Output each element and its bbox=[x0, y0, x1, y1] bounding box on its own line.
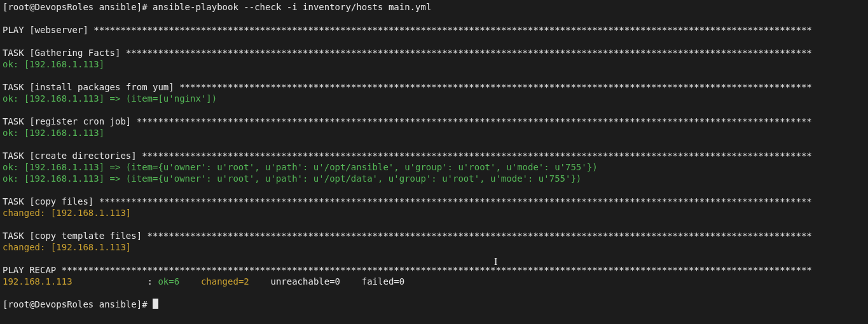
changed-copy-template-files: changed: [192.168.1.113] bbox=[3, 242, 131, 252]
play-recap-line: 192.168.1.113 : ok=6 changed=2 unreachab… bbox=[3, 276, 404, 287]
ok-create-dir-2: ok: [192.168.1.113] => (item={u'owner': … bbox=[3, 173, 581, 184]
play-header: PLAY [webserver] ***********************… bbox=[3, 25, 812, 35]
changed-copy-files: changed: [192.168.1.113] bbox=[3, 208, 131, 218]
task-copy-files: TASK [copy files] **********************… bbox=[3, 196, 812, 206]
terminal[interactable]: [root@DevopsRoles ansible]# ansible-play… bbox=[0, 0, 868, 311]
prompt-line-2: [root@DevopsRoles ansible]# bbox=[3, 299, 153, 309]
task-create-directories: TASK [create directories] **************… bbox=[3, 151, 812, 161]
ok-register-cron: ok: [192.168.1.113] bbox=[3, 128, 104, 138]
task-copy-template-files: TASK [copy template files] *************… bbox=[3, 231, 812, 241]
ok-create-dir-1: ok: [192.168.1.113] => (item={u'owner': … bbox=[3, 162, 598, 172]
ok-install-packages: ok: [192.168.1.113] => (item=[u'nginx']) bbox=[3, 93, 217, 104]
task-register-cron: TASK [register cron job] ***************… bbox=[3, 116, 812, 126]
play-recap-header: PLAY RECAP *****************************… bbox=[3, 265, 812, 275]
task-install-packages: TASK [install packages from yum] *******… bbox=[3, 82, 812, 92]
ok-gathering-facts: ok: [192.168.1.113] bbox=[3, 59, 104, 69]
task-gathering-facts: TASK [Gathering Facts] *****************… bbox=[3, 48, 812, 58]
prompt-line-1: [root@DevopsRoles ansible]# ansible-play… bbox=[3, 2, 431, 12]
cursor-block bbox=[153, 299, 158, 309]
